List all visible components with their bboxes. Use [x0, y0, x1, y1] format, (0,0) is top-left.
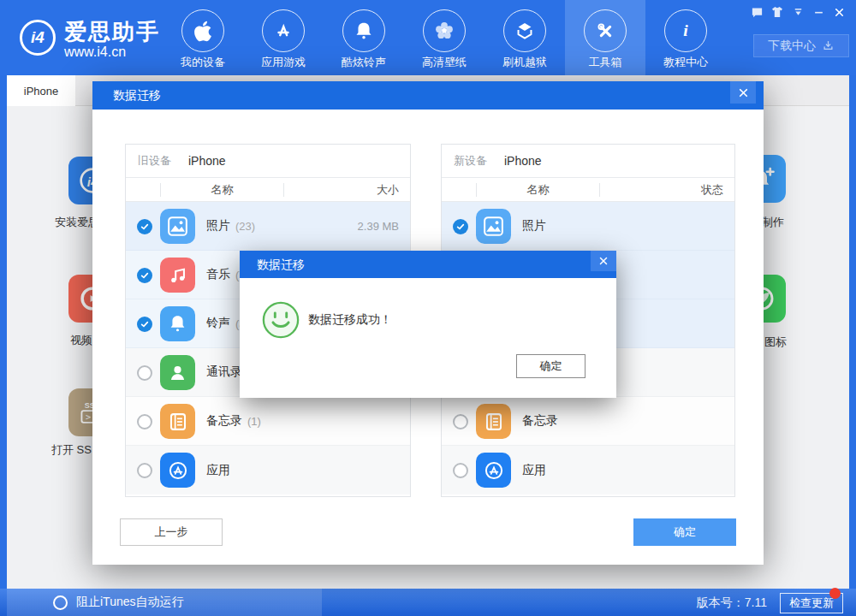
checkbox-checked[interactable]: [453, 219, 468, 234]
nav-apps-games[interactable]: 应用游戏: [243, 0, 324, 75]
appstore-icon: [262, 9, 305, 52]
back-button[interactable]: 上一步: [120, 518, 223, 546]
nav-ringtones[interactable]: 酷炫铃声: [324, 0, 404, 75]
info-icon: i: [664, 9, 707, 52]
table-row-apps[interactable]: 应用: [442, 446, 734, 495]
popup-ok-button[interactable]: 确定: [516, 354, 586, 378]
photos-icon: [160, 209, 195, 244]
main-nav: 我的设备 应用游戏 酷炫铃声 高清壁纸 刷机越狱: [163, 0, 726, 75]
old-device-header: 旧设备 iPhone: [126, 145, 410, 178]
nav-toolbox[interactable]: 工具箱: [565, 0, 645, 75]
checkbox-unchecked[interactable]: [453, 463, 468, 478]
minimize-icon[interactable]: [811, 5, 825, 19]
ssh-tool-label: 打开 SS: [51, 442, 92, 458]
dialog-titlebar: 数据迁移: [92, 81, 764, 110]
success-popup: 数据迁移 数据迁移成功！ 确定: [240, 251, 616, 398]
status-bar: 阻止iTunes自动运行 版本号：7.11 检查更新: [0, 589, 856, 616]
popup-titlebar: 数据迁移: [240, 251, 616, 278]
ringtone-maker-tool-label: 制作: [762, 215, 784, 230]
tools-icon: [584, 9, 627, 52]
bell-icon: [342, 9, 385, 52]
update-badge-dot: [829, 588, 841, 599]
nav-tutorials[interactable]: i 教程中心: [645, 0, 726, 75]
nav-flash-jailbreak[interactable]: 刷机越狱: [484, 0, 565, 75]
app-header: i4 爱思助手 www.i4.cn 我的设备 应用游戏 酷炫铃声: [0, 0, 856, 75]
table-row-photos[interactable]: 照片 (23) 2.39 MB: [126, 202, 410, 251]
row-label: 通讯录: [206, 364, 242, 380]
table-row-photos[interactable]: 照片: [442, 202, 734, 251]
notes-icon: [476, 404, 511, 439]
popup-close-icon[interactable]: [591, 251, 616, 271]
row-label: 备忘录: [522, 413, 558, 429]
nav-wallpapers[interactable]: 高清壁纸: [404, 0, 484, 75]
notes-icon: [160, 404, 195, 439]
success-smiley-icon: [261, 300, 300, 343]
row-label: 音乐: [206, 267, 230, 282]
collapse-icon[interactable]: [791, 5, 805, 19]
row-label: 照片: [206, 218, 230, 234]
window-controls: [750, 5, 846, 19]
checkbox-checked[interactable]: [137, 317, 152, 332]
checkbox-checked[interactable]: [137, 219, 152, 234]
row-label: 照片: [522, 218, 546, 234]
apps-icon: [476, 453, 511, 488]
row-label: 铃声: [206, 316, 230, 331]
apple-icon: [181, 9, 224, 52]
brand-name: 爱思助手: [64, 20, 160, 44]
tab-iphone[interactable]: iPhone: [7, 75, 75, 106]
download-icon: [822, 39, 835, 52]
row-label: 应用: [206, 463, 230, 478]
music-icon: [160, 258, 195, 293]
skin-icon[interactable]: [770, 5, 784, 19]
box-icon: [503, 9, 546, 52]
dialog-title: 数据迁移: [113, 81, 161, 110]
checkbox-unchecked[interactable]: [137, 365, 152, 381]
checkbox-checked[interactable]: [137, 268, 152, 283]
new-device-header: 新设备 iPhone: [442, 145, 734, 178]
nav-my-devices[interactable]: 我的设备: [163, 0, 243, 75]
ringtone-icon: [160, 306, 195, 341]
table-row-apps[interactable]: 应用: [126, 446, 410, 495]
itunes-toggle-label: 阻止iTunes自动运行: [76, 595, 184, 610]
checkbox-unchecked[interactable]: [137, 463, 152, 478]
old-device-columns: 名称 大小: [126, 178, 410, 202]
brand-site: www.i4.cn: [64, 44, 160, 61]
dialog-close-icon[interactable]: [730, 81, 756, 104]
feedback-icon[interactable]: [750, 5, 764, 19]
table-row-notes[interactable]: 备忘录: [442, 397, 734, 446]
close-icon[interactable]: [832, 5, 846, 19]
row-size: 2.39 MB: [358, 220, 399, 233]
photos-icon: [476, 209, 511, 244]
new-device-columns: 名称 状态: [442, 178, 734, 202]
row-count: (1): [247, 415, 261, 428]
version-label: 版本号：7.11: [697, 589, 767, 616]
svg-text:i: i: [683, 21, 688, 39]
radio-unchecked-icon[interactable]: [53, 595, 68, 610]
change-icon-tool-label: 图标: [764, 335, 787, 350]
row-label: 应用: [522, 463, 546, 478]
checkbox-unchecked[interactable]: [453, 414, 468, 429]
popup-message: 数据迁移成功！: [308, 312, 392, 328]
checkbox-unchecked[interactable]: [137, 414, 152, 429]
popup-title: 数据迁移: [257, 251, 305, 278]
logo-i4-icon: i4: [20, 20, 56, 56]
app-logo: i4 爱思助手 www.i4.cn: [20, 20, 160, 61]
row-count: (23): [235, 220, 255, 233]
dialog-ok-button[interactable]: 确定: [633, 518, 736, 546]
video-tool-label: 视频: [70, 333, 92, 348]
table-row-notes[interactable]: 备忘录 (1): [126, 397, 410, 446]
itunes-toggle[interactable]: 阻止iTunes自动运行: [7, 589, 322, 616]
apps-icon: [160, 453, 195, 488]
row-label: 备忘录: [206, 413, 242, 429]
flower-icon: [423, 9, 466, 52]
contacts-icon: [160, 355, 195, 390]
download-center-button[interactable]: 下载中心: [753, 34, 849, 57]
